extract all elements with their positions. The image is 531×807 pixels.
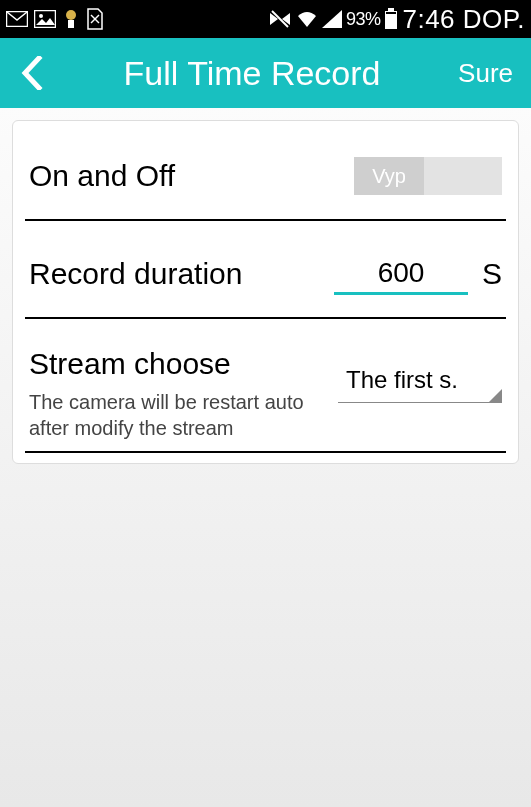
- row-stream: Stream choose The camera will be restart…: [25, 347, 506, 453]
- duration-label: Record duration: [29, 257, 242, 291]
- row-on-off: On and Off Vyp: [25, 151, 506, 221]
- app-notification-icon: [62, 9, 80, 29]
- stream-spinner[interactable]: The first s.: [338, 357, 502, 403]
- sure-button[interactable]: Sure: [450, 58, 521, 89]
- image-icon: [34, 10, 56, 28]
- signal-icon: [322, 10, 342, 28]
- duration-input[interactable]: [334, 253, 468, 295]
- on-off-label: On and Off: [29, 159, 175, 193]
- back-button[interactable]: [10, 51, 54, 95]
- stream-label: Stream choose: [29, 347, 338, 381]
- toggle-state-label: Vyp: [354, 157, 424, 195]
- battery-percentage: 93%: [346, 9, 381, 30]
- page-title: Full Time Record: [54, 54, 450, 93]
- settings-card: On and Off Vyp Record duration S Stream …: [12, 120, 519, 464]
- status-right: 93% 7:46 DOP.: [268, 4, 525, 35]
- duration-unit: S: [482, 257, 502, 291]
- battery-icon: [384, 8, 398, 30]
- status-bar: 93% 7:46 DOP.: [0, 0, 531, 38]
- stream-value: The first s.: [346, 366, 458, 394]
- row-duration: Record duration S: [25, 249, 506, 319]
- app-bar: Full Time Record Sure: [0, 38, 531, 108]
- mail-icon: [6, 11, 28, 27]
- svg-point-2: [39, 14, 43, 18]
- wifi-icon: [296, 10, 318, 28]
- document-icon: [86, 8, 104, 30]
- status-clock: 7:46 DOP.: [402, 4, 525, 35]
- svg-rect-8: [386, 12, 396, 14]
- status-left: [6, 8, 104, 30]
- stream-note: The camera will be restart auto after mo…: [29, 389, 338, 441]
- svg-rect-7: [388, 8, 394, 11]
- content-area: On and Off Vyp Record duration S Stream …: [0, 108, 531, 807]
- svg-point-3: [66, 10, 76, 20]
- on-off-toggle[interactable]: Vyp: [354, 157, 502, 195]
- vibrate-icon: [268, 9, 292, 29]
- chevron-left-icon: [21, 56, 43, 90]
- svg-rect-4: [68, 20, 74, 28]
